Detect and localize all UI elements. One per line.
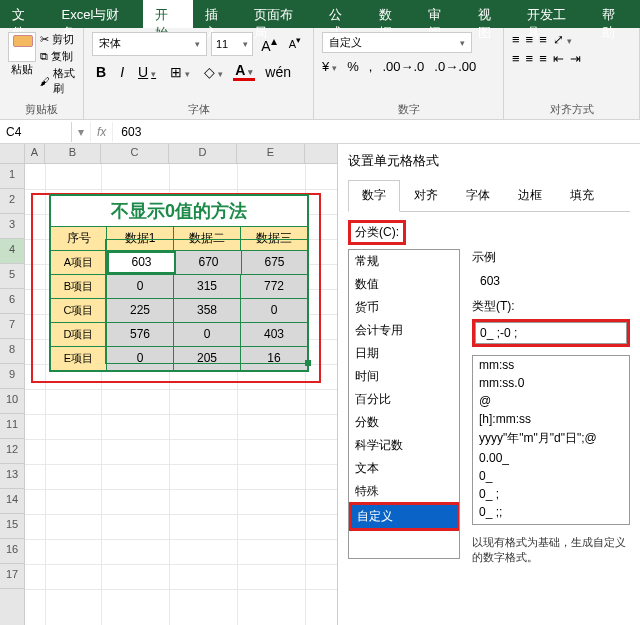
table-cell[interactable]: 205 [174,347,241,370]
grow-font-button[interactable]: A▴ [257,32,280,56]
font-size-select[interactable]: 11 [211,32,253,56]
category-list[interactable]: 常规数值货币会计专用日期时间百分比分数科学记数文本特殊自定义 [348,249,460,559]
table-cell[interactable]: 0 [174,323,241,346]
number-format-select[interactable]: 自定义 [322,32,472,53]
name-box[interactable]: C4 [0,122,72,142]
font-name-select[interactable]: 宋体 [92,32,207,56]
tab-data[interactable]: 数据 [367,0,417,28]
category-item[interactable]: 自定义 [348,502,460,531]
table-cell[interactable]: 225 [107,299,174,322]
row-header-5[interactable]: 5 [0,264,24,289]
indent-inc-button[interactable]: ⇥ [570,51,581,66]
row-header-11[interactable]: 11 [0,414,24,439]
select-all-corner[interactable] [0,144,25,163]
align-left-button[interactable]: ≡ [512,51,520,66]
type-list-item[interactable]: 0_ ; [473,485,629,503]
col-header-C[interactable]: C [101,144,169,163]
tab-dev[interactable]: 开发工具 [515,0,590,28]
table-cell[interactable]: 772 [241,275,307,298]
paste-button[interactable]: 粘贴 [8,32,36,96]
table-cell[interactable]: 670 [176,251,242,274]
type-list-item[interactable]: 0_ ;0 ;; [473,521,629,525]
percent-button[interactable]: % [347,59,359,74]
row-header-1[interactable]: 1 [0,164,24,189]
border-button[interactable]: ⊞ [166,62,194,82]
tab-layout[interactable]: 页面布局 [242,0,317,28]
category-item[interactable]: 会计专用 [349,319,459,342]
row-header-8[interactable]: 8 [0,339,24,364]
inc-decimal-button[interactable]: .00→.0 [382,59,424,74]
table-cell[interactable]: 0 [107,275,174,298]
copy-button[interactable]: 复制 [40,49,75,64]
row-header-3[interactable]: 3 [0,214,24,239]
category-item[interactable]: 时间 [349,365,459,388]
category-item[interactable]: 科学记数 [349,434,459,457]
row-header-16[interactable]: 16 [0,539,24,564]
fill-color-button[interactable]: ◇ [200,62,227,82]
type-list-item[interactable]: mm:ss.0 [473,374,629,392]
comma-button[interactable]: , [369,59,373,74]
category-item[interactable]: 特殊 [349,480,459,503]
type-list-item[interactable]: 0_ [473,467,629,485]
type-list-item[interactable]: 0_ ;; [473,503,629,521]
col-header-D[interactable]: D [169,144,237,163]
category-item[interactable]: 文本 [349,457,459,480]
indent-dec-button[interactable]: ⇤ [553,51,564,66]
type-list-item[interactable]: yyyy"年"m"月"d"日";@ [473,428,629,449]
type-list-item[interactable]: [h]:mm:ss [473,410,629,428]
align-middle-button[interactable]: ≡ [526,32,534,47]
row-header-10[interactable]: 10 [0,389,24,414]
phonetic-button[interactable]: wén [261,62,295,82]
align-right-button[interactable]: ≡ [539,51,547,66]
tab-file[interactable]: 文件 [0,0,50,28]
bold-button[interactable]: B [92,62,110,82]
pane-tab-fill[interactable]: 填充 [556,180,608,211]
orientation-button[interactable]: ⤢ [553,32,572,47]
italic-button[interactable]: I [116,62,128,82]
tab-addin[interactable]: Excel与财务 [50,0,144,28]
pane-tab-number[interactable]: 数字 [348,180,400,212]
row-header-14[interactable]: 14 [0,489,24,514]
tab-view[interactable]: 视图 [466,0,516,28]
pane-tab-border[interactable]: 边框 [504,180,556,211]
tab-home[interactable]: 开始 [143,0,193,28]
painter-button[interactable]: 格式刷 [40,66,75,96]
col-header-A[interactable]: A [25,144,45,163]
table-cell[interactable]: 576 [107,323,174,346]
table-cell[interactable]: 603 [107,251,176,274]
formula-input[interactable]: 603 [113,122,640,142]
font-color-button[interactable]: A [233,62,255,81]
col-header-E[interactable]: E [237,144,305,163]
row-header-2[interactable]: 2 [0,189,24,214]
table-cell[interactable]: 16 [241,347,307,370]
row-header-12[interactable]: 12 [0,439,24,464]
row-header-7[interactable]: 7 [0,314,24,339]
tab-help[interactable]: 帮助 [590,0,640,28]
table-cell[interactable]: 403 [241,323,307,346]
category-item[interactable]: 数值 [349,273,459,296]
row-header-15[interactable]: 15 [0,514,24,539]
tab-review[interactable]: 审阅 [416,0,466,28]
pane-tab-font[interactable]: 字体 [452,180,504,211]
table-cell[interactable]: 0 [107,347,174,370]
type-list-item[interactable]: mm:ss [473,356,629,374]
table-cell[interactable]: 0 [241,299,307,322]
category-item[interactable]: 货币 [349,296,459,319]
align-center-button[interactable]: ≡ [526,51,534,66]
tab-insert[interactable]: 插入 [193,0,243,28]
align-top-button[interactable]: ≡ [512,32,520,47]
row-header-13[interactable]: 13 [0,464,24,489]
shrink-font-button[interactable]: A▾ [285,32,305,56]
cells-grid[interactable]: 不显示0值的方法 序号数据1数据二数据三 A项目603670675B项目0315… [25,164,337,625]
align-bottom-button[interactable]: ≡ [539,32,547,47]
table-cell[interactable]: 675 [242,251,307,274]
table-cell[interactable]: 358 [174,299,241,322]
col-header-B[interactable]: B [45,144,101,163]
table-cell[interactable]: 315 [174,275,241,298]
row-header-9[interactable]: 9 [0,364,24,389]
row-header-4[interactable]: 4 [0,239,24,264]
dec-decimal-button[interactable]: .0→.00 [434,59,476,74]
underline-button[interactable]: U [134,62,160,82]
pane-tab-align[interactable]: 对齐 [400,180,452,211]
category-item[interactable]: 日期 [349,342,459,365]
